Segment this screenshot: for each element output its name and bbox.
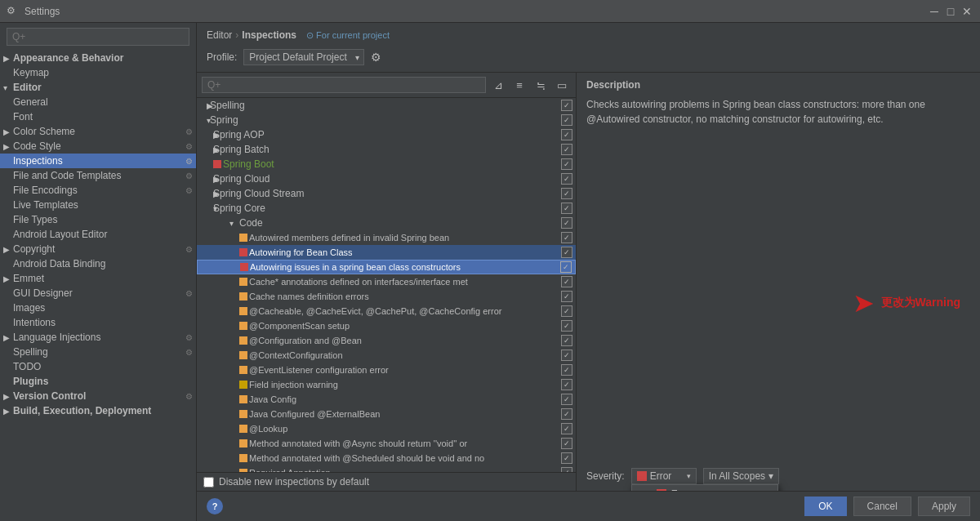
sidebar-item-emmet[interactable]: ▶ Emmet [0, 271, 196, 286]
sidebar-item-images[interactable]: Images [0, 301, 196, 315]
inspection-row-cache-names[interactable]: Cache names definition errors [197, 289, 576, 304]
window-controls: ─ □ ✕ [928, 5, 973, 18]
export-icon[interactable]: ▭ [553, 76, 571, 94]
inspection-row-configuration-bean[interactable]: @Configuration and @Bean [197, 333, 576, 348]
sidebar-item-spelling[interactable]: Spelling ⚙ [0, 345, 196, 359]
close-button[interactable]: ✕ [960, 5, 973, 18]
check-box[interactable] [561, 114, 572, 126]
sidebar-item-copyright[interactable]: ▶ Copyright ⚙ [0, 242, 196, 256]
project-link[interactable]: ⊙ For current project [306, 30, 390, 41]
inspection-row-lookup[interactable]: @Lookup [197, 421, 576, 436]
sidebar-search-input[interactable] [7, 28, 189, 46]
check-box[interactable] [561, 100, 572, 111]
inspection-row-spring-aop[interactable]: ▶ Spring AOP [197, 127, 576, 142]
check-box[interactable] [560, 261, 572, 273]
minimize-button[interactable]: ─ [928, 5, 941, 18]
sidebar-item-editor[interactable]: ▾ Editor [0, 80, 196, 95]
check-box[interactable] [561, 394, 572, 405]
check-box[interactable] [561, 452, 572, 464]
inspection-row-required-annotation[interactable]: Required Annotation [197, 465, 576, 472]
sidebar-item-appearance[interactable]: ▶ Appearance & Behavior [0, 51, 196, 65]
maximize-button[interactable]: □ [944, 5, 957, 18]
check-box[interactable] [561, 232, 572, 243]
sidebar-item-gui-designer[interactable]: GUI Designer ⚙ [0, 286, 196, 301]
inspection-row-autowired-invalid[interactable]: Autowired members defined in invalid Spr… [197, 230, 576, 245]
check-box[interactable] [561, 320, 572, 332]
inspection-row-autowiring-constructors[interactable]: Autowiring issues in a spring bean class… [197, 260, 576, 274]
check-box[interactable] [561, 408, 572, 420]
inspection-row-context-configuration[interactable]: @ContextConfiguration [197, 348, 576, 363]
profile-select[interactable]: Project Default Project [243, 49, 364, 65]
sidebar-item-file-types[interactable]: File Types [0, 212, 196, 227]
inspection-row-spring-core[interactable]: ▾ Spring Core [197, 201, 576, 216]
severity-option-error[interactable]: Error [632, 485, 777, 491]
inspection-row-component-scan[interactable]: @ComponentScan setup [197, 318, 576, 333]
severity-dropdown-button[interactable]: Error ▾ [631, 468, 697, 484]
inspection-row-code[interactable]: ▾ Code [197, 216, 576, 230]
inspection-row-cacheable[interactable]: @Cacheable, @CacheEvict, @CachePut, @Cac… [197, 304, 576, 318]
collapse-all-icon[interactable]: ≒ [532, 76, 550, 94]
filter-icon[interactable]: ⊿ [489, 76, 507, 94]
cancel-button[interactable]: Cancel [853, 497, 911, 516]
check-box[interactable] [561, 291, 572, 302]
sidebar-item-keymap[interactable]: Keymap [0, 65, 196, 80]
profile-gear-icon[interactable]: ⚙ [371, 51, 381, 64]
inspection-row-autowiring-bean[interactable]: Autowiring for Bean Class [197, 245, 576, 260]
inspection-row-event-listener[interactable]: @EventListener configuration error [197, 363, 576, 377]
check-box[interactable] [561, 350, 572, 361]
apply-button[interactable]: Apply [918, 497, 970, 516]
inspection-row-spelling[interactable]: ▶ Spelling [197, 98, 576, 113]
inspection-row-method-scheduled[interactable]: Method annotated with @Scheduled should … [197, 451, 576, 465]
check-box[interactable] [561, 144, 572, 155]
check-box[interactable] [561, 217, 572, 229]
check-box[interactable] [561, 247, 572, 258]
sidebar-item-inspections[interactable]: Inspections ⚙ [0, 154, 196, 168]
sidebar-item-language-injections[interactable]: ▶ Language Injections ⚙ [0, 330, 196, 345]
sidebar-item-file-encodings[interactable]: File Encodings ⚙ [0, 183, 196, 198]
inspection-row-field-injection[interactable]: Field injection warning [197, 377, 576, 392]
check-box[interactable] [561, 129, 572, 140]
check-box[interactable] [561, 335, 572, 346]
inspection-row-spring-batch[interactable]: ▶ Spring Batch [197, 142, 576, 157]
inspection-row-spring-cloud-stream[interactable]: ▶ Spring Cloud Stream [197, 186, 576, 201]
check-box[interactable] [561, 438, 572, 449]
expand-all-icon[interactable]: ≡ [510, 76, 528, 94]
sidebar-item-version-control[interactable]: ▶ Version Control ⚙ [0, 389, 196, 403]
check-box[interactable] [561, 188, 572, 199]
scope-dropdown[interactable]: In All Scopes ▾ [703, 468, 779, 484]
inspection-row-spring[interactable]: ▾ Spring [197, 113, 576, 127]
sidebar-item-todo[interactable]: TODO [0, 359, 196, 374]
inspection-row-spring-boot[interactable]: ▶ Spring Boot [197, 157, 576, 171]
check-box[interactable] [561, 276, 572, 287]
check-box[interactable] [561, 158, 572, 170]
sidebar-item-android-layout-editor[interactable]: Android Layout Editor [0, 227, 196, 242]
ok-button[interactable]: OK [804, 497, 846, 516]
disable-new-checkbox[interactable] [203, 477, 214, 488]
check-box[interactable] [561, 364, 572, 376]
inspection-row-cache-annotations[interactable]: Cache* annotations defined on interfaces… [197, 274, 576, 289]
check-box[interactable] [561, 305, 572, 317]
sidebar-item-general[interactable]: General [0, 95, 196, 109]
red-arrow-icon: ➤ [853, 290, 875, 316]
inspection-row-method-async[interactable]: Method annotated with @Async should retu… [197, 436, 576, 451]
inspection-label: Code [239, 217, 559, 229]
help-button[interactable]: ? [207, 498, 223, 514]
sidebar-item-font[interactable]: Font [0, 109, 196, 124]
check-box[interactable] [561, 203, 572, 214]
sidebar-item-file-code-templates[interactable]: File and Code Templates ⚙ [0, 168, 196, 183]
sidebar-item-intentions[interactable]: Intentions [0, 315, 196, 330]
sidebar-item-build-execution[interactable]: ▶ Build, Execution, Deployment [0, 403, 196, 418]
check-box[interactable] [561, 423, 572, 434]
inspection-row-java-configured[interactable]: Java Configured @ExternalBean [197, 407, 576, 421]
sidebar-item-live-templates[interactable]: Live Templates [0, 198, 196, 212]
check-box[interactable] [561, 379, 572, 390]
inspection-row-java-config[interactable]: Java Config [197, 392, 576, 407]
inspection-search-input[interactable] [202, 77, 486, 93]
sidebar-item-android-data-binding[interactable]: Android Data Binding [0, 256, 196, 271]
sidebar-item-code-style[interactable]: ▶ Code Style ⚙ [0, 139, 196, 154]
check-box[interactable] [561, 173, 572, 185]
sidebar-item-plugins[interactable]: Plugins [0, 374, 196, 389]
sidebar-item-color-scheme[interactable]: ▶ Color Scheme ⚙ [0, 124, 196, 139]
inspection-row-spring-cloud[interactable]: ▶ Spring Cloud [197, 171, 576, 186]
disable-new-label[interactable]: Disable new inspections by default [219, 476, 369, 488]
